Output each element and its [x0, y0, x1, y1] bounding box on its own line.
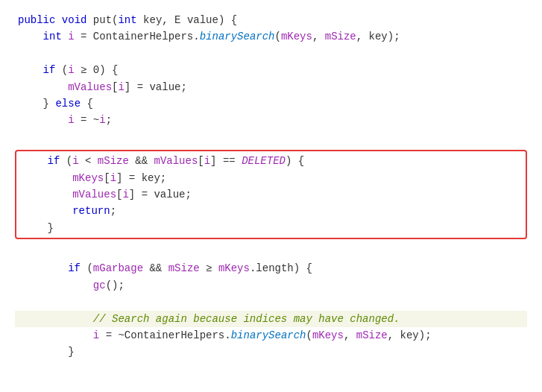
- code-container-bottom: if (mGarbage && mSize ≥ mKeys.length) { …: [0, 244, 542, 361]
- code-line: mValues[i] = value;: [15, 79, 527, 95]
- kw: public: [18, 12, 55, 28]
- code-line: int i = ContainerHelpers.binarySearch(mK…: [15, 28, 527, 45]
- code-line: return;: [19, 203, 523, 219]
- code-line: public void put(int key, E value) {: [15, 12, 527, 28]
- code-line: if (i < mSize && mValues[i] == DELETED) …: [19, 153, 523, 169]
- code-line: }: [15, 344, 527, 360]
- code-line: }: [19, 220, 523, 236]
- code-line: i = ~i;: [15, 112, 527, 128]
- code-line-blank: [15, 129, 527, 145]
- code-container: public void put(int key, E value) { int …: [0, 12, 542, 145]
- code-line-blank: [15, 45, 527, 62]
- code-line: i = ~ContainerHelpers.binarySearch(mKeys…: [15, 327, 527, 344]
- code-line: if (i ≥ 0) {: [15, 62, 527, 78]
- code-line-blank: [15, 294, 527, 310]
- code-line: mValues[i] = value;: [19, 186, 523, 203]
- code-line: gc();: [15, 277, 527, 294]
- code-line: mKeys[i] = key;: [19, 170, 523, 186]
- code-line: } else {: [15, 95, 527, 112]
- comment-line: // Search again because indices may have…: [15, 311, 527, 327]
- code-line-blank: [15, 244, 527, 260]
- highlighted-code-region: if (i < mSize && mValues[i] == DELETED) …: [15, 150, 527, 239]
- code-line: if (mGarbage && mSize ≥ mKeys.length) {: [15, 260, 527, 276]
